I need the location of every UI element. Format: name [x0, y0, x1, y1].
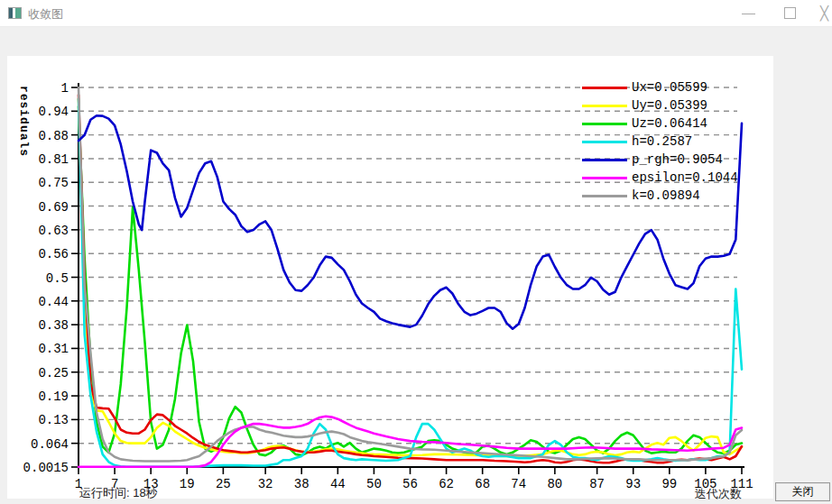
- y-tick-label: 0.44: [38, 295, 69, 309]
- chart-legend: Ux=0.05599Uy=0.05399Uz=0.06414h=0.2587p_…: [582, 78, 753, 205]
- y-tick-label: 0.38: [38, 318, 69, 333]
- x-tick-label: 50: [366, 477, 382, 491]
- close-button[interactable]: 关闭: [775, 482, 830, 501]
- residuals-chart: 10.940.880.810.750.690.630.560.50.440.38…: [0, 0, 832, 504]
- runtime-label: 运行时间: 18秒: [79, 485, 158, 501]
- y-tick-label: 0.81: [38, 152, 69, 167]
- y-axis-title: residuals: [17, 77, 31, 167]
- legend-label-k: k=0.09894: [632, 188, 700, 203]
- y-tick-label: 0.0015: [23, 461, 69, 475]
- legend-label-Ux: Ux=0.05599: [632, 80, 707, 95]
- legend-label-p_rgh: p_rgh=0.9054: [632, 152, 723, 167]
- y-tick-label: 0.75: [38, 176, 69, 190]
- legend-label-Uy: Uy=0.05399: [632, 98, 707, 113]
- legend-label-epsilon: epsilon=0.1044: [632, 170, 738, 185]
- y-tick-label: 0.88: [38, 129, 69, 143]
- y-tick-label: 0.63: [38, 224, 69, 238]
- x-tick-label: 62: [439, 477, 454, 491]
- legend-item-Uz: Uz=0.06414: [582, 115, 753, 133]
- legend-item-p_rgh: p_rgh=0.9054: [582, 151, 753, 169]
- y-tick-label: 0.064: [31, 437, 69, 452]
- x-tick-label: 25: [216, 477, 231, 491]
- legend-item-h: h=0.2587: [582, 133, 753, 151]
- legend-item-k: k=0.09894: [582, 187, 753, 205]
- y-tick-label: 0.31: [38, 342, 69, 356]
- legend-swatch-p_rgh: [582, 159, 627, 161]
- y-tick-label: 0.69: [38, 200, 69, 215]
- legend-swatch-epsilon: [582, 177, 627, 179]
- x-tick-label: 74: [511, 477, 526, 491]
- x-tick-label: 38: [294, 477, 310, 491]
- y-tick-label: 0.25: [38, 366, 69, 380]
- y-tick-label: 0.19: [38, 389, 69, 404]
- legend-swatch-Uy: [582, 105, 627, 107]
- legend-item-Ux: Ux=0.05599: [582, 78, 753, 96]
- legend-swatch-h: [582, 141, 627, 143]
- y-tick-label: 0.13: [38, 413, 69, 427]
- x-axis-title: 迭代次数: [561, 486, 742, 502]
- legend-swatch-k: [582, 195, 627, 197]
- legend-label-Uz: Uz=0.06414: [632, 116, 707, 131]
- y-tick-label: 0.5: [46, 271, 69, 286]
- x-tick-label: 80: [547, 477, 562, 491]
- x-tick-label: 19: [180, 477, 195, 491]
- x-tick-label: 44: [330, 477, 346, 491]
- y-tick-label: 0.94: [38, 105, 69, 119]
- x-tick-label: 68: [475, 477, 490, 491]
- x-tick-label: 32: [258, 477, 273, 491]
- y-tick-label: 1: [61, 81, 69, 96]
- legend-item-epsilon: epsilon=0.1044: [582, 169, 753, 187]
- legend-label-h: h=0.2587: [632, 134, 692, 149]
- y-tick-label: 0.56: [38, 247, 69, 261]
- x-tick-label: 56: [402, 477, 418, 491]
- legend-swatch-Uz: [582, 123, 627, 125]
- legend-swatch-Ux: [582, 87, 627, 89]
- legend-item-Uy: Uy=0.05399: [582, 96, 753, 115]
